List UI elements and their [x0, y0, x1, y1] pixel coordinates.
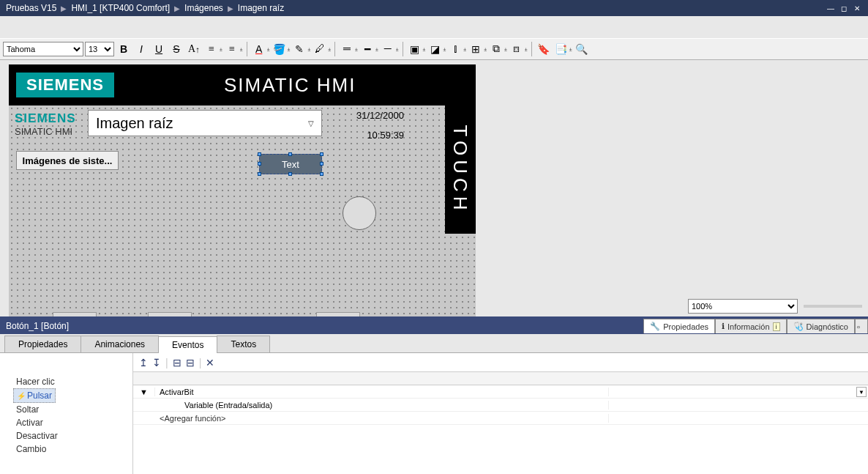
screen-title-text: Imagen raíz	[96, 115, 173, 132]
delete-button[interactable]: ✕	[206, 357, 214, 369]
touch-label: TOUCH	[449, 125, 472, 215]
group-button[interactable]: ⧉	[488, 41, 504, 57]
expand-button[interactable]: ⊟	[173, 357, 182, 369]
siemens-logo: SIEMENS	[16, 73, 114, 97]
zoom-fit-button[interactable]: 🔍	[574, 41, 590, 57]
bring-front-button[interactable]: ▣	[407, 41, 423, 57]
nav-home-button[interactable]: ⬆	[53, 312, 97, 316]
properties-icon: 🔧	[650, 322, 660, 331]
time-value: 10:59:39	[338, 130, 404, 141]
event-click[interactable]: Hacer clic	[13, 375, 132, 388]
italic-button[interactable]: I	[133, 41, 149, 57]
event-deactivate[interactable]: Desactivar	[13, 429, 132, 442]
crumb-screen[interactable]: Imagen raíz	[238, 3, 284, 13]
font-family-select[interactable]: Tahoma	[3, 42, 83, 56]
variable-row[interactable]: Variable (Entrada/salida)	[133, 399, 868, 412]
chevron-right-icon: ▶	[174, 4, 180, 12]
resize-handle[interactable]	[320, 152, 323, 156]
touch-strip: TOUCH	[445, 105, 476, 234]
system-images-button[interactable]: Imágenes de siste...	[16, 151, 119, 170]
resize-handle[interactable]	[288, 152, 292, 156]
circle-shape[interactable]	[343, 196, 376, 230]
close-button[interactable]: ✕	[852, 4, 862, 12]
function-toolbar: ↥ ↧ | ⊟ ⊟ | ✕	[133, 353, 868, 372]
resize-handle[interactable]	[320, 172, 323, 176]
property-subtabs: Propiedades Animaciones Eventos Textos	[0, 334, 868, 353]
align-objects-button[interactable]: ⫿	[447, 41, 463, 57]
maximize-button[interactable]: ◻	[839, 4, 849, 12]
tab-more[interactable]: ▫	[855, 319, 868, 333]
underline-button[interactable]: U	[151, 41, 167, 57]
resize-handle[interactable]	[320, 162, 323, 166]
zoom-select[interactable]: 100%	[688, 299, 798, 314]
resize-handle[interactable]	[288, 172, 292, 176]
nav-alarm-button[interactable]: ⚠	[148, 312, 192, 316]
crumb-project[interactable]: Pruebas V15	[6, 3, 56, 13]
event-activate[interactable]: Activar	[13, 416, 132, 429]
hmi-header: SIEMENS SIMATIC HMI	[9, 64, 476, 105]
datetime-display: 31/12/2000 10:59:39	[338, 110, 404, 149]
event-change[interactable]: Cambio	[13, 442, 132, 456]
sub-logo: SIEMENS SIMATIC HMI	[15, 111, 76, 137]
move-down-button[interactable]: ↧	[152, 357, 161, 369]
subtab-texts[interactable]: Textos	[217, 336, 270, 352]
product-title: SIMATIC HMI	[224, 74, 356, 97]
grid-header	[133, 372, 868, 385]
properties-panel: Botón_1 [Botón] 🔧Propiedades ℹInformació…	[0, 316, 868, 474]
hmi-body[interactable]: TOUCH SIEMENS SIMATIC HMI Imagen raíz ▽ …	[9, 105, 476, 316]
inspector-tabs: 🔧Propiedades ℹInformación i 🩺Diagnóstico…	[643, 319, 868, 333]
line-color-button[interactable]: ✎	[291, 41, 307, 57]
subtab-animations[interactable]: Animaciones	[81, 336, 159, 352]
line-end-button[interactable]: ─	[380, 41, 396, 57]
minimize-button[interactable]: —	[826, 4, 836, 12]
tab-diagnostics[interactable]: 🩺Diagnóstico	[787, 319, 855, 333]
selected-object-label: Botón_1 [Botón]	[6, 321, 69, 331]
expand-icon[interactable]: ▼	[133, 388, 155, 396]
tab-info[interactable]: ℹInformación i	[715, 319, 786, 333]
event-list: Hacer clic Pulsar Soltar Activar Desacti…	[0, 353, 133, 474]
distribute-button[interactable]: ⊞	[468, 41, 484, 57]
strikethrough-button[interactable]: S	[168, 41, 184, 57]
zoom-slider[interactable]	[804, 305, 862, 308]
pen-button[interactable]: 🖊	[312, 41, 328, 57]
events-editor: Hacer clic Pulsar Soltar Activar Desacti…	[0, 353, 868, 474]
chevron-right-icon: ▶	[61, 4, 67, 12]
nav-power-button[interactable]: ⏻	[316, 312, 360, 316]
reference-button[interactable]: 🔖	[536, 41, 552, 57]
fill-color-button[interactable]: 🪣	[272, 41, 288, 57]
resize-handle[interactable]	[258, 152, 261, 156]
resize-handle[interactable]	[258, 162, 261, 166]
align-left-button[interactable]: ≡	[203, 41, 220, 57]
event-function-list: ↥ ↧ | ⊟ ⊟ | ✕ ▼ ActivarBit ▼ Variable (E…	[133, 353, 868, 474]
screen-editor-canvas[interactable]: SIEMENS SIMATIC HMI TOUCH SIEMENS SIMATI…	[0, 60, 868, 316]
font-color-button[interactable]: A	[251, 41, 267, 57]
event-press[interactable]: Pulsar	[13, 388, 56, 403]
crumb-device[interactable]: HMI_1 [KTP400 Comfort]	[71, 3, 170, 13]
bold-button[interactable]: B	[116, 41, 132, 57]
move-up-button[interactable]: ↥	[139, 357, 148, 369]
align-center-button[interactable]: ≡	[224, 41, 240, 57]
line-style-button[interactable]: ═	[339, 41, 355, 57]
window-controls: — ◻ ✕	[826, 4, 862, 12]
subtab-events[interactable]: Eventos	[158, 336, 217, 353]
tab-properties[interactable]: 🔧Propiedades	[643, 319, 715, 333]
function-row[interactable]: ▼ ActivarBit ▼	[133, 385, 868, 399]
line-width-button[interactable]: ━	[359, 41, 375, 57]
add-function-row[interactable]: <Agregar función>	[133, 412, 868, 425]
ungroup-button[interactable]: ⧈	[509, 41, 525, 57]
hmi-screen[interactable]: SIEMENS SIMATIC HMI TOUCH SIEMENS SIMATI…	[9, 64, 476, 316]
dropdown-button[interactable]: ▼	[856, 387, 867, 397]
font-increase-button[interactable]: A↑	[186, 41, 202, 57]
crumb-folder[interactable]: Imágenes	[184, 3, 223, 13]
font-size-select[interactable]: 13	[85, 42, 114, 56]
screen-title-dropdown[interactable]: Imagen raíz ▽	[88, 110, 322, 136]
event-release[interactable]: Soltar	[13, 403, 132, 416]
layers-button[interactable]: 📑	[553, 41, 569, 57]
text-button-selected[interactable]: Text	[259, 154, 322, 174]
breadcrumb: Pruebas V15 ▶ HMI_1 [KTP400 Comfort] ▶ I…	[6, 3, 284, 13]
date-value: 31/12/2000	[338, 110, 404, 121]
send-back-button[interactable]: ◪	[427, 41, 443, 57]
resize-handle[interactable]	[258, 172, 261, 176]
collapse-button[interactable]: ⊟	[186, 357, 195, 369]
subtab-properties[interactable]: Propiedades	[4, 336, 81, 352]
